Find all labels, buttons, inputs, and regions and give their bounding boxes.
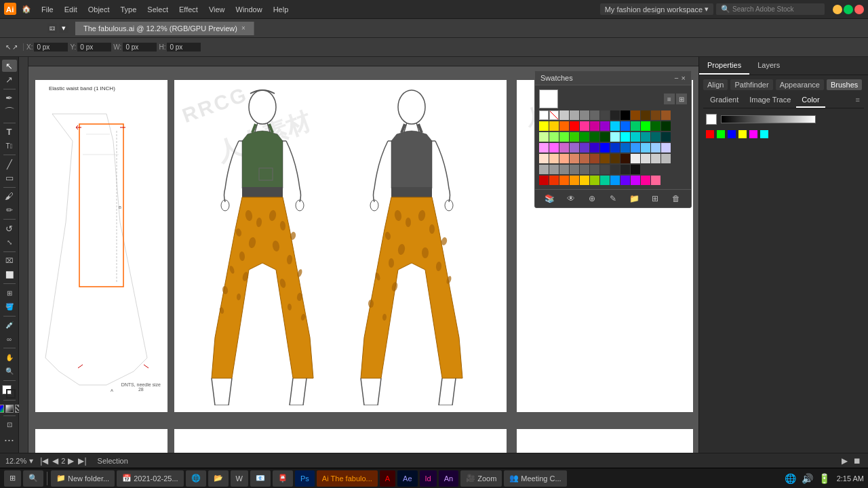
zoom-tool[interactable]: 🔍 bbox=[2, 365, 17, 377]
swatch[interactable] bbox=[559, 165, 569, 174]
workspace-selector[interactable]: My fashion design workspace ▾ bbox=[600, 3, 713, 15]
swatch[interactable] bbox=[620, 154, 630, 163]
swatch[interactable] bbox=[610, 121, 620, 131]
menu-file[interactable]: File bbox=[37, 4, 58, 15]
menu-effect[interactable]: Effect bbox=[174, 4, 203, 15]
brushes-btn[interactable]: Brushes bbox=[827, 79, 862, 90]
y-value[interactable]: 0 px bbox=[77, 43, 111, 52]
swatch[interactable] bbox=[570, 154, 579, 163]
free-transform-tool[interactable]: ⬜ bbox=[2, 268, 17, 281]
swatch[interactable] bbox=[610, 154, 620, 163]
direct-select-icon[interactable]: ↗ bbox=[12, 43, 18, 51]
color-mode-icon[interactable] bbox=[0, 405, 4, 413]
swatch[interactable] bbox=[590, 121, 599, 131]
menu-view[interactable]: View bbox=[204, 4, 230, 15]
h-value[interactable]: 0 px bbox=[167, 43, 201, 52]
swatch[interactable] bbox=[641, 176, 650, 185]
swatch-none[interactable] bbox=[549, 110, 559, 120]
swatch[interactable] bbox=[641, 132, 650, 142]
taskbar-files[interactable]: 📂 bbox=[208, 470, 229, 487]
menu-select[interactable]: Select bbox=[142, 4, 173, 15]
swatch[interactable] bbox=[620, 176, 630, 185]
swatch[interactable] bbox=[610, 110, 620, 120]
swatch[interactable] bbox=[539, 132, 549, 142]
swatch[interactable] bbox=[590, 154, 599, 163]
more-tools-btn[interactable]: • • • bbox=[2, 432, 17, 447]
start-button[interactable]: ⊞ bbox=[4, 470, 21, 487]
swatch[interactable] bbox=[539, 154, 549, 163]
close-tab-icon[interactable]: × bbox=[241, 24, 245, 32]
blend-tool[interactable]: ∞ bbox=[2, 333, 17, 345]
pen-tool[interactable]: ✒ bbox=[2, 92, 17, 104]
taskbar-zoom[interactable]: 🎥 Zoom bbox=[460, 470, 502, 487]
swatch[interactable] bbox=[570, 143, 579, 152]
swatch[interactable] bbox=[549, 143, 559, 152]
panel-view-dropdown[interactable]: ▾ bbox=[59, 24, 68, 33]
swatch-library-icon[interactable]: 📚 bbox=[544, 192, 556, 205]
swatch[interactable] bbox=[620, 121, 630, 131]
direct-selection-tool[interactable]: ↗ bbox=[2, 73, 17, 85]
pathfinder-btn[interactable]: Pathfinder bbox=[730, 79, 772, 90]
swatch[interactable] bbox=[651, 154, 660, 163]
line-tool[interactable]: ╱ bbox=[2, 158, 17, 170]
swatch[interactable] bbox=[631, 110, 640, 120]
taskbar-search[interactable]: 🔍 bbox=[23, 470, 43, 487]
swatch[interactable] bbox=[580, 154, 589, 163]
color-preset[interactable] bbox=[738, 130, 747, 138]
touch-type-tool[interactable]: T⃞ bbox=[2, 140, 17, 152]
swatch[interactable] bbox=[549, 165, 559, 174]
color-slider[interactable] bbox=[721, 115, 816, 123]
swatch[interactable] bbox=[580, 121, 589, 131]
swatch[interactable] bbox=[549, 121, 559, 131]
minimize-button[interactable] bbox=[833, 5, 842, 14]
swatch[interactable] bbox=[651, 176, 660, 185]
swatch[interactable] bbox=[600, 143, 610, 152]
status-play[interactable]: ▶ bbox=[840, 456, 849, 466]
swatch[interactable] bbox=[661, 154, 671, 163]
taskbar-an[interactable]: An bbox=[439, 470, 458, 487]
swatch[interactable] bbox=[600, 154, 610, 163]
swatch[interactable] bbox=[539, 165, 549, 174]
swatch[interactable] bbox=[600, 176, 610, 185]
menu-edit[interactable]: Edit bbox=[60, 4, 82, 15]
swatch[interactable] bbox=[570, 165, 579, 174]
next-page-btn[interactable]: ▶ bbox=[66, 456, 75, 466]
swatch[interactable] bbox=[651, 143, 660, 152]
swatches-minimize[interactable]: − bbox=[674, 74, 678, 82]
taskbar-outlook[interactable]: 📮 bbox=[273, 470, 293, 487]
artboard-tool[interactable]: ⊡ bbox=[2, 419, 17, 431]
maximize-button[interactable] bbox=[844, 5, 853, 14]
sys-network-icon[interactable]: 🌐 bbox=[783, 473, 797, 484]
swatch[interactable] bbox=[590, 143, 599, 152]
taskbar-id[interactable]: Id bbox=[420, 470, 437, 487]
w-value[interactable]: 0 px bbox=[123, 43, 157, 52]
swatch-add-icon[interactable]: ⊕ bbox=[586, 192, 598, 205]
swatch[interactable] bbox=[559, 176, 569, 185]
appearance-btn[interactable]: Appearance bbox=[776, 79, 824, 90]
swatch[interactable] bbox=[631, 165, 640, 174]
home-icon[interactable]: 🏠 bbox=[22, 5, 31, 14]
pencil-tool[interactable]: ✏ bbox=[2, 204, 17, 216]
stroke-color[interactable] bbox=[6, 389, 16, 399]
status-stop[interactable]: ⏹ bbox=[852, 456, 863, 466]
swatch[interactable] bbox=[620, 132, 630, 142]
document-tab[interactable]: The fabulous.ai @ 12.2% (RGB/GPU Preview… bbox=[75, 22, 254, 35]
x-value[interactable]: 0 px bbox=[34, 43, 68, 52]
panel-view-toggle[interactable] bbox=[47, 24, 57, 33]
eyedropper-tool[interactable]: 💉 bbox=[2, 319, 17, 331]
taskbar-meeting[interactable]: 👥 Meeting C... bbox=[504, 470, 566, 487]
swatch[interactable] bbox=[651, 121, 660, 131]
swatch-more-icon[interactable]: ⊞ bbox=[649, 192, 661, 205]
curvature-tool[interactable]: ⌒ bbox=[2, 106, 17, 120]
swatch[interactable] bbox=[590, 165, 599, 174]
sys-sound-icon[interactable]: 🔊 bbox=[800, 473, 814, 484]
swatch[interactable] bbox=[610, 165, 620, 174]
swatch[interactable] bbox=[580, 143, 589, 152]
swatch[interactable] bbox=[641, 154, 650, 163]
scale-tool[interactable]: ⤡ bbox=[2, 236, 17, 248]
swatch[interactable] bbox=[641, 143, 650, 152]
taskbar-ps[interactable]: Ps bbox=[295, 470, 315, 487]
taskbar-teams[interactable]: 📧 bbox=[250, 470, 271, 487]
more-tools[interactable]: • • • bbox=[2, 432, 17, 450]
gradient-tab[interactable]: Gradient bbox=[705, 93, 744, 108]
